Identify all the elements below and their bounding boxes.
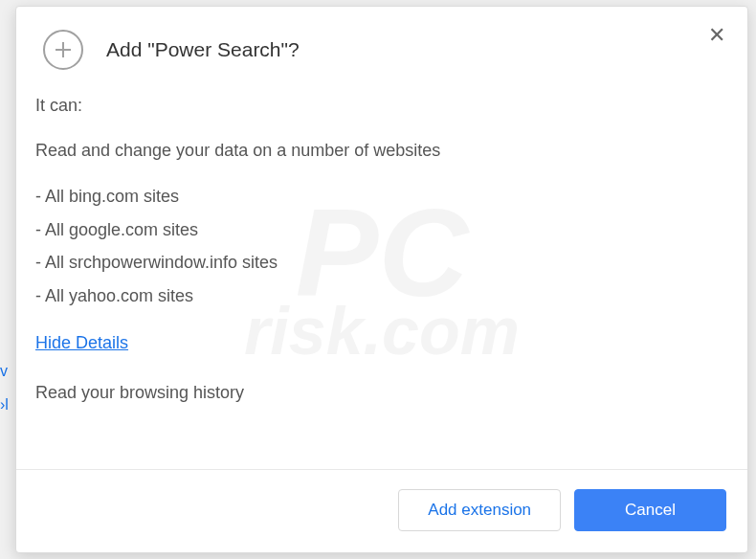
close-icon: ✕ (708, 23, 725, 48)
permission-browsing-history: Read your browsing history (35, 378, 721, 446)
background-text: v›l (0, 354, 9, 421)
dialog-footer: Add extension Cancel (16, 469, 747, 552)
extension-plus-icon (43, 30, 83, 70)
list-item: All srchpowerwindow.info sites (35, 246, 721, 280)
close-button[interactable]: ✕ (703, 22, 730, 49)
dialog-title: Add "Power Search"? (106, 38, 300, 61)
sites-list: All bing.com sites All google.com sites … (35, 180, 721, 312)
list-item: All google.com sites (35, 213, 721, 247)
permission-data-access: Read and change your data on a number of… (35, 136, 721, 166)
hide-details-link[interactable]: Hide Details (35, 328, 128, 358)
list-item: All bing.com sites (35, 180, 721, 213)
list-item: All yahoo.com sites (35, 280, 721, 313)
dialog-header: Add "Power Search"? (16, 7, 747, 91)
add-extension-button[interactable]: Add extension (398, 489, 561, 531)
permissions-scroll-area[interactable]: It can: Read and change your data on a n… (16, 91, 747, 469)
cancel-button[interactable]: Cancel (574, 489, 726, 531)
extension-install-dialog: PC risk.com Add "Power Search"? ✕ It can… (15, 6, 748, 553)
permissions-intro: It can: (35, 91, 721, 121)
